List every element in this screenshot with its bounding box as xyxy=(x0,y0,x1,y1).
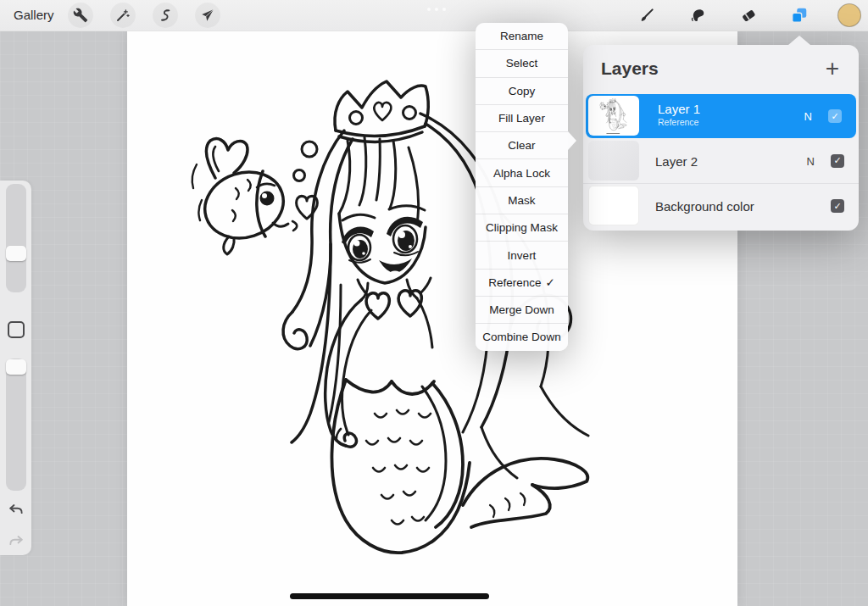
blend-mode-button[interactable]: N xyxy=(807,154,815,167)
layer-1-thumbnail-art xyxy=(590,97,637,134)
layer-row-layer-1[interactable]: Layer 1 Reference N ✓ xyxy=(586,94,856,138)
layer-row-background[interactable]: Background color ✓ xyxy=(583,183,859,228)
layer-visibility-checkbox[interactable]: ✓ xyxy=(831,199,844,213)
eraser-tool-button[interactable] xyxy=(736,3,761,28)
magic-wand-icon xyxy=(115,8,131,23)
selection-s-icon xyxy=(158,8,173,23)
layers-panel: Layers + Layer 1 Reference N ✓ Layer 2 N… xyxy=(583,45,859,231)
layer-1-thumbnail[interactable] xyxy=(588,96,639,136)
menu-item-merge-down[interactable]: Merge Down xyxy=(476,296,568,323)
layer-name: Layer 1 xyxy=(658,102,700,116)
layer-name: Background color xyxy=(655,199,754,214)
layer-reference-badge: Reference xyxy=(658,117,698,127)
color-swatch-button[interactable] xyxy=(837,3,862,28)
multitask-indicator[interactable] xyxy=(427,8,446,11)
layers-icon xyxy=(790,6,809,25)
procreate-app: Gallery xyxy=(0,0,868,606)
layers-panel-header: Layers + xyxy=(583,45,859,94)
actions-button[interactable] xyxy=(68,3,93,28)
blend-mode-button[interactable]: N xyxy=(804,110,812,123)
reference-checkmark-icon: ✓ xyxy=(545,275,554,289)
smudge-finger-icon xyxy=(689,7,706,24)
panel-pointer xyxy=(788,36,810,45)
wrench-icon xyxy=(73,8,88,23)
background-thumbnail[interactable] xyxy=(588,186,639,225)
add-layer-button[interactable]: + xyxy=(818,53,847,85)
top-toolbar: Gallery xyxy=(0,0,868,31)
menu-item-reference[interactable]: Reference ✓ xyxy=(476,269,568,296)
menu-item-select[interactable]: Select xyxy=(476,49,568,76)
menu-item-alpha-lock[interactable]: Alpha Lock xyxy=(476,158,568,186)
menu-pointer xyxy=(568,131,576,150)
gallery-button[interactable]: Gallery xyxy=(14,0,54,31)
redo-button[interactable] xyxy=(6,531,26,551)
brush-sidebar xyxy=(0,181,31,555)
transform-arrow-icon xyxy=(200,8,215,23)
menu-item-invert[interactable]: Invert xyxy=(476,241,568,268)
menu-item-fill-layer[interactable]: Fill Layer xyxy=(476,104,568,131)
brush-size-slider[interactable] xyxy=(6,184,26,292)
menu-item-copy[interactable]: Copy xyxy=(476,77,568,104)
layer-visibility-checkbox[interactable]: ✓ xyxy=(831,154,844,168)
undo-icon xyxy=(8,501,25,518)
transform-button[interactable] xyxy=(195,3,220,28)
adjustments-button[interactable] xyxy=(110,3,136,28)
layers-panel-button[interactable] xyxy=(787,3,812,28)
menu-item-clipping-mask[interactable]: Clipping Mask xyxy=(476,214,568,241)
layers-panel-title: Layers xyxy=(601,58,659,79)
smudge-tool-button[interactable] xyxy=(685,3,710,28)
layer-visibility-checkbox[interactable]: ✓ xyxy=(828,109,842,123)
layer-2-thumbnail[interactable] xyxy=(588,141,639,181)
modify-button[interactable] xyxy=(8,321,25,338)
brush-tool-button[interactable] xyxy=(634,3,659,28)
layer-context-menu: Rename Select Copy Fill Layer Clear Alph… xyxy=(476,23,568,351)
selection-button[interactable] xyxy=(153,3,178,28)
menu-item-combine-down[interactable]: Combine Down xyxy=(476,323,568,350)
brush-opacity-slider[interactable] xyxy=(6,359,26,491)
brush-size-handle[interactable] xyxy=(6,246,26,261)
layer-row-layer-2[interactable]: Layer 2 N ✓ xyxy=(583,138,859,183)
menu-item-clear[interactable]: Clear xyxy=(476,131,568,158)
eraser-icon xyxy=(740,7,757,24)
undo-button[interactable] xyxy=(6,499,26,520)
layer-name: Layer 2 xyxy=(655,153,698,168)
redo-icon xyxy=(8,532,25,549)
brush-icon xyxy=(638,7,655,24)
menu-item-mask[interactable]: Mask xyxy=(476,186,568,214)
brush-opacity-handle[interactable] xyxy=(6,359,26,375)
menu-item-rename[interactable]: Rename xyxy=(476,23,568,49)
color-swatch-icon xyxy=(837,3,862,28)
